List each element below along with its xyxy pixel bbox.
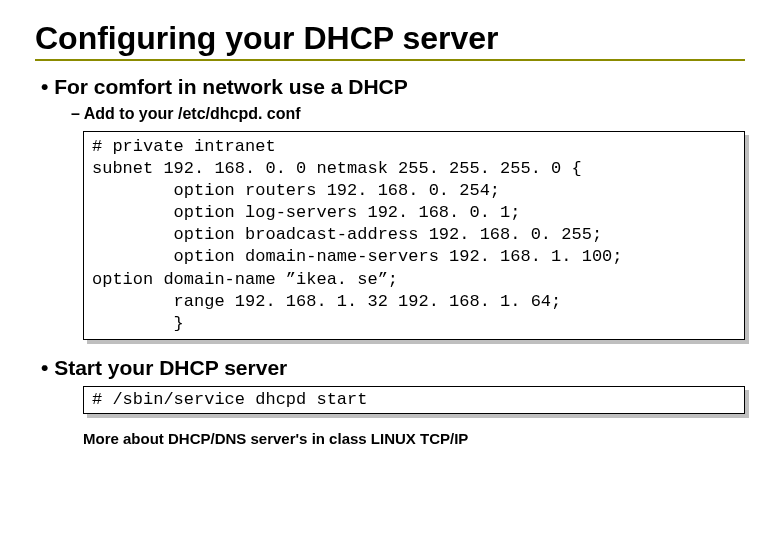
- footnote-more-about: More about DHCP/DNS server's in class LI…: [83, 430, 745, 447]
- codeblock-dhcpd-conf: # private intranet subnet 192. 168. 0. 0…: [83, 131, 745, 340]
- bullet-comfort: For comfort in network use a DHCP: [41, 75, 745, 99]
- slide-container: Configuring your DHCP server For comfort…: [0, 0, 780, 467]
- codeblock-start-cmd: # /sbin/service dhcpd start: [83, 386, 745, 414]
- title-underline: [35, 59, 745, 61]
- bullet-start-server: Start your DHCP server: [41, 356, 745, 380]
- codeblock-start-cmd-wrap: # /sbin/service dhcpd start: [83, 386, 745, 414]
- bullet-add-to-conf: Add to your /etc/dhcpd. conf: [71, 105, 745, 123]
- codeblock-dhcpd-conf-wrap: # private intranet subnet 192. 168. 0. 0…: [83, 131, 745, 340]
- slide-title: Configuring your DHCP server: [35, 20, 745, 57]
